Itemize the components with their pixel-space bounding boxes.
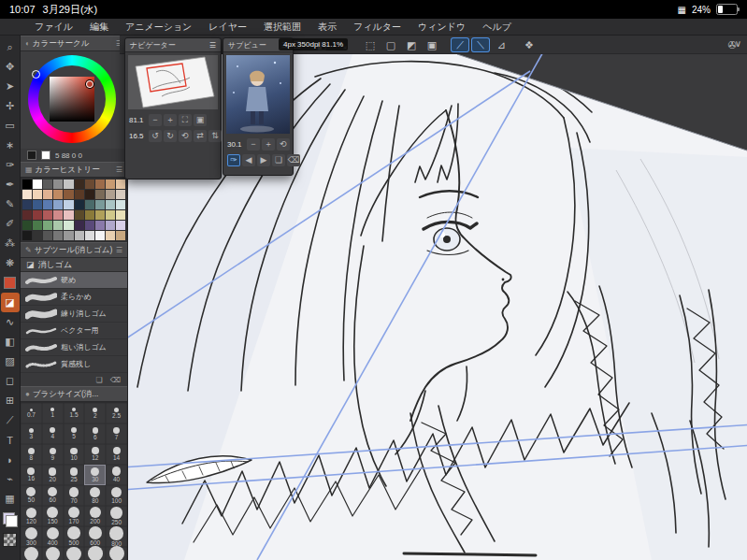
brush-size-4[interactable]: 4 [42,424,64,444]
hue-cursor[interactable] [32,70,40,79]
brush-size-50[interactable]: 50 [21,485,42,506]
brush-size-400[interactable]: 400 [42,526,64,547]
menu-item-8[interactable]: ヘルプ [474,19,520,36]
color-wheel-panel-header[interactable]: ◐ カラーサークル ☰ [21,36,127,51]
swatch-38[interactable] [106,210,115,220]
swatch-55[interactable] [75,231,84,240]
brush-size-5[interactable]: 5 [64,424,85,444]
brush-size-800[interactable]: 800 [106,526,127,547]
navigator-menu-icon[interactable]: ☰ [209,41,216,50]
sv-zoom-in-icon[interactable]: ＋ [262,138,275,151]
brush-size-10[interactable]: 10 [64,444,85,465]
grid-tool[interactable]: ▦ [1,489,20,509]
zoom-100-icon[interactable]: ▣ [194,114,207,126]
auto-select-tool[interactable]: ∗ [1,136,20,155]
snap-to-special-ruler-icon[interactable]: ⟍ [471,37,490,52]
swatch-6[interactable] [85,179,94,189]
transparent-color-chip[interactable] [3,533,17,547]
sv-zoom-out-icon[interactable]: − [247,138,260,151]
text-tool[interactable]: T [1,430,20,450]
brush-size-8[interactable]: 8 [21,444,42,465]
menu-item-0[interactable]: ファイル [26,19,81,36]
sub-color-chip[interactable] [41,151,50,160]
delete-subtool-icon[interactable]: ⌫ [110,376,121,384]
fit-screen-icon[interactable]: ⛶ [179,114,192,126]
swatch-31[interactable] [33,210,42,220]
swatch-9[interactable] [116,179,125,189]
subtool-item-1[interactable]: 柔らかめ [21,289,127,306]
brush-size-1[interactable]: 1 [42,403,64,424]
subtool-item-2[interactable]: 練り消しゴム [21,306,127,323]
ruler-tool[interactable]: ⟋ [1,410,20,430]
brush-size-1.5[interactable]: 1.5 [64,403,85,424]
swatch-28[interactable] [106,200,115,209]
hand-tool[interactable]: ✥ [1,57,20,77]
swatch-21[interactable] [33,200,42,209]
brush-size-1700[interactable]: 1700 [84,547,106,560]
airbrush-tool[interactable]: ⁂ [1,234,20,253]
snap-to-grid-icon[interactable]: ⊿ [492,37,510,52]
brush-size-120[interactable]: 120 [21,506,42,526]
brush-size-600[interactable]: 600 [84,526,106,547]
balloon-tool[interactable]: ◗ [1,450,20,469]
swatch-39[interactable] [116,210,125,220]
frame-border-tool[interactable]: ⊞ [1,391,20,410]
swatch-15[interactable] [75,190,84,199]
deselect-icon[interactable]: ▢ [381,37,400,52]
duplicate-subtool-icon[interactable]: ❏ [96,376,103,384]
color-swatch-tool[interactable] [1,273,20,293]
layer-move-tool[interactable]: ✢ [1,96,20,116]
swatch-13[interactable] [53,190,63,199]
subtool-panel-header[interactable]: ✎ サブツール(消しゴム) ☰ [21,242,127,258]
brush-size-9[interactable]: 9 [42,444,64,465]
swatch-32[interactable] [43,210,52,220]
eraser-tool[interactable]: ◪ [1,293,20,312]
swatch-17[interactable] [95,190,105,199]
swatch-37[interactable] [95,210,105,220]
color-chips[interactable] [3,512,18,527]
eyedropper-tool[interactable]: ✑ [1,155,20,175]
invert-selection-icon[interactable]: ◩ [402,37,421,52]
subtool-item-0[interactable]: 硬め [21,272,127,289]
swatch-7[interactable] [95,179,105,189]
brush-size-0.7[interactable]: 0.7 [21,403,42,424]
swatch-panel-header[interactable]: ▦ カラーヒストリー ☰ [21,162,127,178]
brush-size-500[interactable]: 500 [64,526,85,547]
swatch-43[interactable] [53,221,63,230]
swatch-20[interactable] [22,200,32,209]
brush-size-14[interactable]: 14 [106,444,127,465]
rotate-right-icon[interactable]: ↻ [164,130,177,142]
menu-item-3[interactable]: レイヤー [200,19,255,36]
brush-size-12[interactable]: 12 [84,444,106,465]
rotate-left-icon[interactable]: ↺ [149,130,162,142]
swatch-57[interactable] [95,231,105,240]
menu-item-5[interactable]: 表示 [309,19,345,36]
swatch-35[interactable] [75,210,84,220]
selection-tool[interactable]: ▭ [1,116,20,136]
brush-size-300[interactable]: 300 [21,526,42,547]
object-tool[interactable]: ➤ [1,77,20,96]
sv-eyedropper-icon[interactable]: ✑ [227,154,240,166]
swatch-59[interactable] [116,231,125,240]
brush-size-3[interactable]: 3 [21,424,42,444]
subview-image[interactable] [226,55,290,134]
swatch-44[interactable] [64,221,73,230]
swatch-19[interactable] [116,190,125,199]
brush-size-2[interactable]: 2 [84,403,106,424]
brush-size-20[interactable]: 20 [42,465,64,485]
swatch-42[interactable] [43,221,52,230]
navigator-thumbnail[interactable] [128,55,218,109]
swatch-41[interactable] [33,221,42,230]
swatch-8[interactable] [106,179,115,189]
swatch-36[interactable] [85,210,94,220]
sv-next-icon[interactable]: ▶ [257,154,270,166]
flip-vertical-icon[interactable]: ⇅ [208,130,222,142]
subtool-item-4[interactable]: 粗い消しゴム [21,339,127,356]
swatch-4[interactable] [64,179,73,189]
swatch-26[interactable] [85,200,94,209]
swatch-46[interactable] [85,221,94,230]
swatch-58[interactable] [106,231,115,240]
swatch-panel-menu-icon[interactable]: ☰ [116,165,122,174]
subtool-panel-menu-icon[interactable]: ☰ [116,246,122,254]
swatch-27[interactable] [95,200,105,209]
